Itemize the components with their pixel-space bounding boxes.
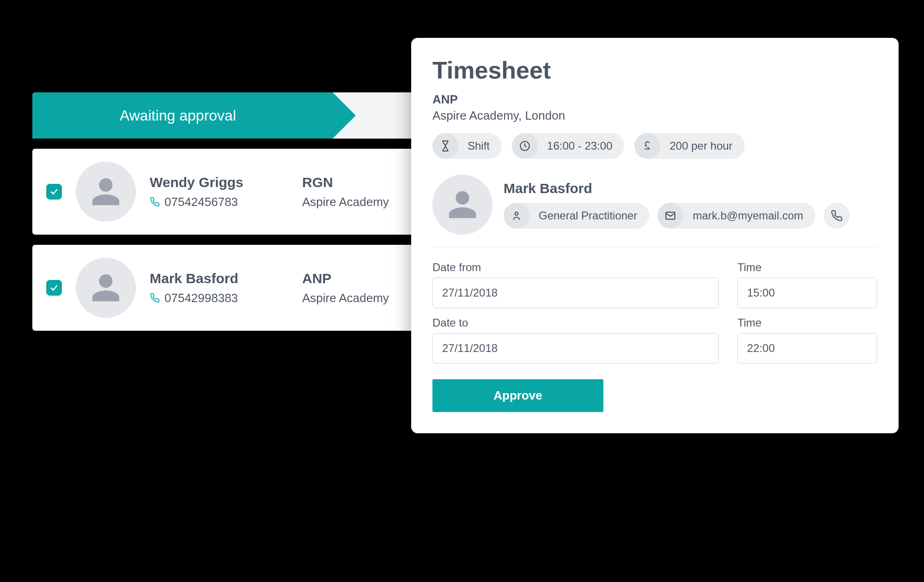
person-phone: 07542456783 bbox=[164, 195, 238, 209]
phone-icon bbox=[150, 293, 160, 303]
time-to-input[interactable] bbox=[737, 333, 877, 364]
timesheet-form: Date from Time Date to Time bbox=[432, 261, 877, 364]
person-location: Aspire Academy bbox=[302, 195, 418, 209]
page-title: Timesheet bbox=[432, 56, 877, 84]
worker-phone-pill[interactable] bbox=[824, 203, 850, 229]
worker-role-pill: General Practitioner bbox=[504, 203, 649, 229]
job-pills: Shift 16:00 - 23:00 200 per hour bbox=[432, 133, 877, 159]
check-icon bbox=[49, 187, 59, 196]
timesheet-detail-panel: Timesheet ANP Aspire Academy, London Shi… bbox=[411, 38, 899, 433]
date-to-label: Date to bbox=[432, 316, 719, 329]
mail-icon bbox=[657, 203, 683, 229]
avatar bbox=[76, 162, 136, 222]
person-role: RGN bbox=[302, 175, 418, 190]
person-role: ANP bbox=[302, 271, 418, 286]
checkbox[interactable] bbox=[46, 280, 62, 296]
status-tab-awaiting-approval[interactable]: Awaiting approval bbox=[32, 92, 333, 139]
time-from-label: Time bbox=[737, 261, 877, 274]
worker-email-pill[interactable]: mark.b@myemail.com bbox=[657, 203, 815, 229]
time-range-pill: 16:00 - 23:00 bbox=[512, 133, 624, 159]
person-name: Mark Basford bbox=[150, 271, 288, 286]
job-location: Aspire Academy, London bbox=[432, 109, 877, 123]
rate-pill: 200 per hour bbox=[634, 133, 744, 159]
rate: 200 per hour bbox=[661, 139, 744, 152]
person-icon bbox=[446, 188, 479, 221]
job-title: ANP bbox=[432, 92, 877, 107]
person-icon bbox=[90, 176, 122, 208]
avatar bbox=[76, 258, 136, 318]
person-phone: 07542998383 bbox=[164, 291, 238, 305]
time-range: 16:00 - 23:00 bbox=[539, 139, 624, 152]
user-badge-icon bbox=[504, 203, 529, 229]
worker-role: General Practitioner bbox=[530, 209, 649, 222]
clock-icon bbox=[512, 133, 538, 159]
status-tab-label: Awaiting approval bbox=[120, 107, 236, 124]
person-icon bbox=[90, 272, 122, 304]
phone-icon bbox=[824, 203, 850, 229]
hourglass-icon bbox=[432, 133, 458, 159]
avatar bbox=[432, 175, 492, 235]
worker-email: mark.b@myemail.com bbox=[684, 209, 815, 222]
shift-pill: Shift bbox=[432, 133, 502, 159]
svg-point-1 bbox=[515, 212, 518, 215]
time-to-label: Time bbox=[737, 316, 877, 329]
check-icon bbox=[49, 283, 59, 292]
worker-name: Mark Basford bbox=[504, 181, 877, 196]
date-from-input[interactable] bbox=[432, 278, 719, 308]
date-to-input[interactable] bbox=[432, 333, 719, 364]
approve-button[interactable]: Approve bbox=[432, 379, 603, 412]
checkbox[interactable] bbox=[46, 184, 62, 200]
shift-label: Shift bbox=[459, 139, 502, 152]
date-from-label: Date from bbox=[432, 261, 719, 274]
phone-icon bbox=[150, 197, 160, 207]
person-location: Aspire Academy bbox=[302, 291, 418, 305]
pound-icon bbox=[634, 133, 660, 159]
person-name: Wendy Griggs bbox=[150, 175, 288, 190]
time-from-input[interactable] bbox=[737, 278, 877, 308]
worker-block: Mark Basford General Practitioner mark.b… bbox=[432, 175, 877, 247]
